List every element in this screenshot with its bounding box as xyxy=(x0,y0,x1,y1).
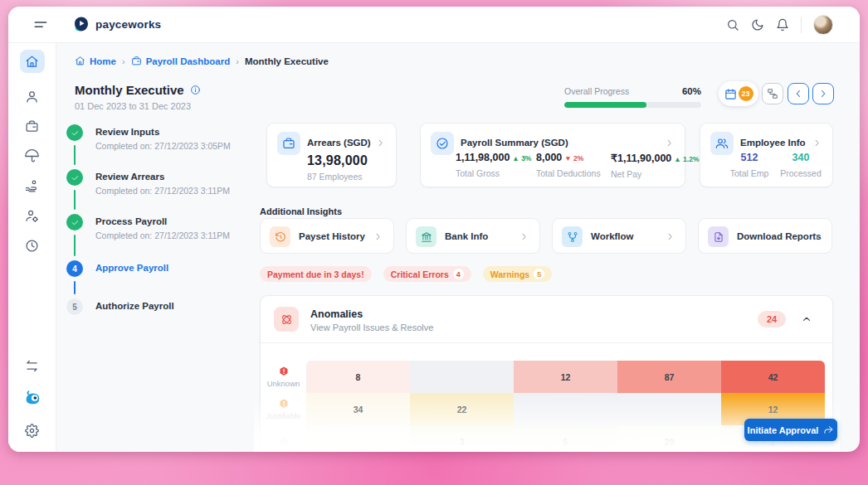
breadcrumb-label: Payroll Dashboard xyxy=(146,56,231,66)
next-button[interactable] xyxy=(812,83,834,104)
breadcrumb-item-monthly-executive: Monthly Executive xyxy=(245,56,329,66)
breadcrumb-item-payroll-dashboard[interactable]: Payroll Dashboard xyxy=(131,56,231,66)
alert-chip-warnings[interactable]: Warnings5 xyxy=(483,266,552,282)
check-icon xyxy=(71,173,80,182)
payroll-summary-title: Payroll Summary (SGD) xyxy=(461,138,568,148)
anomalies-title: Anomalies xyxy=(310,308,363,320)
insight-label: Bank Info xyxy=(445,231,488,241)
insight-icon-badge xyxy=(708,226,729,247)
insight-card-payset-history[interactable]: Payset History xyxy=(260,218,394,254)
chevron-right-icon[interactable] xyxy=(811,231,822,242)
sidebar-item-clock[interactable] xyxy=(20,234,45,257)
stat-value: 512 xyxy=(724,152,775,163)
heatmap-cell[interactable] xyxy=(514,393,617,425)
sidebar-item-umbrella[interactable] xyxy=(20,144,45,167)
logo-text: payceworks xyxy=(95,18,161,31)
sidebar-item-transfer[interactable] xyxy=(20,354,45,377)
heatmap-cell[interactable] xyxy=(306,425,410,452)
initiate-approval-button[interactable]: Initiate Approval xyxy=(744,419,837,441)
page-title: Monthly Executive xyxy=(75,83,184,97)
check-icon xyxy=(71,218,80,227)
sidebar-item-assistant-mascot[interactable] xyxy=(20,386,45,410)
step-connector xyxy=(74,281,76,294)
heatmap-cell[interactable]: 5 xyxy=(514,425,617,452)
metric-label: Net Pay xyxy=(611,169,710,179)
arrears-value: 13,98,000 xyxy=(307,153,368,168)
menu-icon[interactable] xyxy=(33,17,48,32)
sidebar-item-people-settings[interactable] xyxy=(20,204,45,227)
step-number-marker: 4 xyxy=(66,260,83,277)
step-connector xyxy=(74,190,76,210)
calendar-button[interactable]: 23 xyxy=(719,81,758,106)
arrears-card[interactable]: Arrears (SGD) 13,98,000 87 Employees xyxy=(266,123,397,187)
heatmap-cell[interactable]: 12 xyxy=(514,361,617,393)
logo[interactable]: payceworks xyxy=(73,16,161,32)
chevron-right-icon[interactable] xyxy=(373,231,383,242)
calendar-icon xyxy=(724,88,737,100)
heatmap-cell[interactable]: 22 xyxy=(410,393,514,425)
chevron-right-icon[interactable] xyxy=(375,138,386,148)
anomaly-icon xyxy=(280,313,294,327)
step-review-arrears[interactable]: Review ArrearsCompleted on: 27/12/2023 3… xyxy=(66,169,230,196)
heatmap-cell[interactable]: 34 xyxy=(306,393,410,425)
alert-hexagon-icon xyxy=(278,366,290,377)
sidebar-top-items xyxy=(20,43,45,257)
heatmap-cell[interactable]: 3 xyxy=(410,425,514,452)
dark-mode-moon-icon[interactable] xyxy=(751,18,764,32)
step-authorize-payroll[interactable]: 5Authorize Payroll xyxy=(66,298,174,315)
progress-label: Overall Progress xyxy=(564,86,629,96)
chevron-right-icon[interactable] xyxy=(665,231,675,242)
chevron-right-icon[interactable] xyxy=(664,138,675,148)
step-check-marker xyxy=(66,169,83,186)
sidebar-item-home[interactable] xyxy=(20,50,45,73)
collapse-chevron-up-icon[interactable] xyxy=(801,313,812,325)
notifications-bell-icon[interactable] xyxy=(776,18,789,32)
chevron-left-icon xyxy=(792,88,804,99)
sidebar-item-wallet[interactable] xyxy=(20,114,45,138)
insight-card-workflow[interactable]: Workflow xyxy=(552,218,686,254)
alert-chip-critical-errors[interactable]: Critical Errors4 xyxy=(383,266,471,282)
people-icon xyxy=(715,137,729,150)
chevron-right-icon[interactable] xyxy=(519,231,529,242)
home-icon xyxy=(75,56,85,66)
heatmap-row-label-unknown: Unknown xyxy=(261,361,306,393)
chevron-right-icon[interactable] xyxy=(812,138,822,148)
employee-info-card[interactable]: Employee Info 512Total Emp340Processed xyxy=(700,123,833,187)
step-process-payroll[interactable]: Process PayrollCompleted on: 27/12/2023 … xyxy=(66,214,230,240)
prev-button[interactable] xyxy=(788,83,809,104)
sidebar-item-person[interactable] xyxy=(20,85,45,108)
heatmap-cell[interactable]: 8 xyxy=(306,361,410,393)
wallet-icon xyxy=(282,137,295,150)
insight-card-bank-info[interactable]: Bank Info xyxy=(406,218,540,254)
clock-icon xyxy=(25,239,39,253)
heatmap-cell[interactable]: 20 xyxy=(617,425,721,452)
step-approve-payroll[interactable]: 4Approve Payroll xyxy=(66,260,168,277)
alert-label: Payment due in 3 days! xyxy=(267,269,364,279)
heatmap-cell[interactable] xyxy=(410,361,514,393)
stat-label: Processed xyxy=(775,168,827,178)
search-icon[interactable] xyxy=(726,18,739,32)
alerts-row: Payment due in 3 days!Critical Errors4Wa… xyxy=(260,266,552,282)
sidebar-item-settings-gear[interactable] xyxy=(20,419,45,442)
breadcrumb-item-home[interactable]: Home xyxy=(75,56,116,66)
download-report-icon xyxy=(713,231,724,243)
org-chart-button[interactable] xyxy=(762,83,783,104)
info-icon[interactable] xyxy=(190,85,201,95)
settings-gear-icon xyxy=(25,424,39,438)
metric-label: Total Gross xyxy=(456,168,536,178)
transfer-icon xyxy=(25,359,39,373)
payroll-summary-card[interactable]: Payroll Summary (SGD) 1,11,98,000▲ 3%Tot… xyxy=(420,123,685,187)
page-title-row: Monthly Executive xyxy=(75,83,201,97)
user-avatar[interactable] xyxy=(813,15,833,35)
insight-card-download-reports[interactable]: Download Reports xyxy=(698,218,832,254)
heatmap-cell[interactable]: 42 xyxy=(721,361,825,393)
breadcrumb-label: Monthly Executive xyxy=(245,56,329,66)
insight-label: Payset History xyxy=(299,231,365,241)
step-label: Approve Payroll xyxy=(95,260,168,274)
step-review-inputs[interactable]: Review InputsCompleted on: 27/12/2023 3:… xyxy=(66,124,231,151)
heatmap-row-label-text: Justifiable xyxy=(266,411,300,420)
heatmap-cell[interactable] xyxy=(617,393,721,425)
home-icon xyxy=(25,55,39,69)
heatmap-cell[interactable]: 87 xyxy=(617,361,721,393)
sidebar-item-payments[interactable] xyxy=(20,174,45,197)
